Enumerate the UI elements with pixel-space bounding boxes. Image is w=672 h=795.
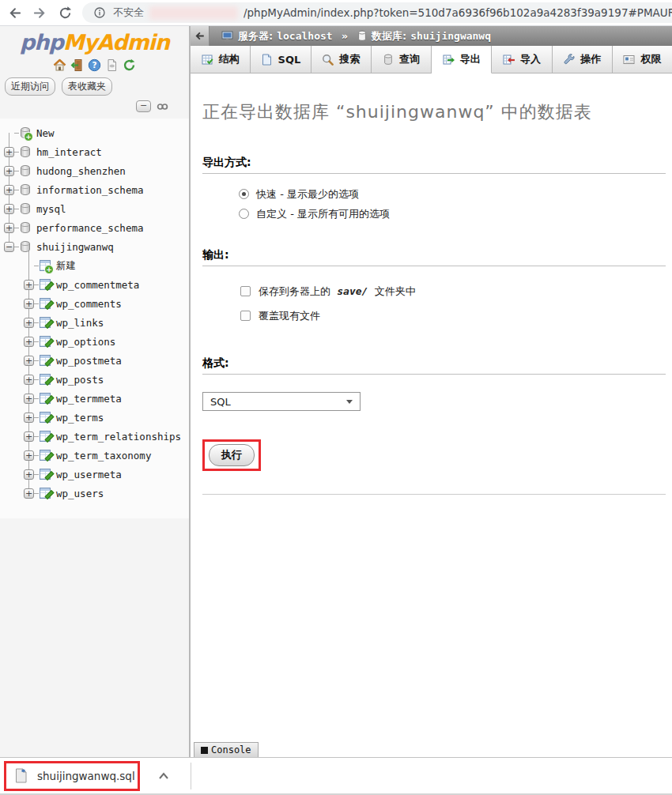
tab-structure[interactable]: 结构 — [191, 46, 251, 73]
tree-row[interactable]: wp_terms — [0, 408, 189, 427]
tree-item-label[interactable]: mysql — [36, 203, 66, 215]
tree-expander-icon[interactable] — [24, 337, 34, 347]
tree-item-label[interactable]: wp_term_taxonomy — [56, 450, 151, 462]
save-on-server-label[interactable]: 保存到务器上的 save/ 文件夹中 — [259, 284, 416, 299]
tree-expander-icon[interactable] — [4, 147, 14, 157]
tree-row[interactable]: New — [0, 123, 189, 142]
overwrite-label[interactable]: 覆盖现有文件 — [259, 309, 320, 323]
tree-item-label[interactable]: performance_schema — [36, 222, 143, 234]
tree-expander-icon[interactable] — [24, 431, 34, 442]
forward-icon[interactable] — [32, 5, 47, 21]
custom-export-option[interactable]: 自定义 - 显示所有可用的选项 — [239, 204, 666, 224]
tree-expander-icon[interactable] — [24, 375, 34, 385]
back-icon[interactable] — [6, 5, 22, 21]
link-icon[interactable] — [157, 102, 168, 111]
tree-item-label[interactable]: wp_termmeta — [56, 393, 122, 405]
checkbox-icon[interactable] — [240, 286, 251, 296]
tree-expander-icon[interactable] — [24, 450, 34, 461]
tree-item-label[interactable]: hm_interact — [36, 146, 102, 158]
tree-item-label[interactable]: wp_users — [56, 488, 104, 499]
tree-expander-icon[interactable] — [24, 413, 34, 423]
tree-row[interactable]: wp_links — [0, 313, 189, 332]
tree-row[interactable]: hm_interact — [0, 142, 189, 161]
tab-export[interactable]: 导出 — [432, 46, 492, 73]
tree-row[interactable]: wp_options — [0, 332, 189, 351]
tree-item-label[interactable]: wp_options — [56, 336, 115, 348]
tab-import[interactable]: 导入 — [492, 46, 552, 73]
tree-item-label[interactable]: 新建 — [56, 259, 76, 273]
collapse-icon[interactable]: − — [136, 100, 151, 112]
tree-row[interactable]: wp_postmeta — [0, 351, 189, 370]
refresh-icon[interactable] — [57, 5, 73, 21]
tree-row[interactable]: shuijingwanwq — [0, 237, 189, 256]
tree-expander-icon[interactable] — [24, 469, 34, 480]
checkbox-icon[interactable] — [240, 311, 251, 321]
tree-row[interactable]: wp_comments — [0, 294, 189, 313]
tree-item-label[interactable]: wp_term_relationships — [56, 431, 181, 443]
quick-export-option[interactable]: 快速 - 显示最少的选项 — [239, 184, 666, 204]
radio-icon[interactable] — [239, 209, 249, 219]
exit-icon[interactable] — [70, 58, 84, 72]
tree-expander-icon[interactable] — [24, 318, 34, 328]
tree-row[interactable]: wp_term_relationships — [0, 427, 189, 446]
recent-tables-button[interactable]: 近期访问 — [5, 77, 55, 96]
tree-expander-icon[interactable] — [24, 299, 34, 309]
tree-expander-icon[interactable] — [24, 488, 34, 499]
tab-sql[interactable]: SQL — [251, 46, 311, 73]
tree-row[interactable]: hudong_shenzhen — [0, 161, 189, 180]
tree-expander-icon[interactable] — [24, 280, 34, 290]
breadcrumb-back-icon[interactable] — [191, 26, 210, 46]
tree-item-label[interactable]: shuijingwanwq — [36, 241, 114, 253]
format-select[interactable]: SQL — [202, 392, 361, 411]
tree-row[interactable]: 新建 — [0, 256, 189, 275]
tree-row[interactable]: wp_users — [0, 484, 189, 503]
help-icon[interactable]: ? — [88, 58, 101, 72]
downloaded-file-chip[interactable]: shuijingwanwq.sql — [14, 768, 135, 783]
tree-item-label[interactable]: wp_terms — [56, 412, 104, 424]
tree-row[interactable]: wp_usermeta — [0, 465, 189, 484]
tree-expander-icon[interactable] — [4, 223, 14, 233]
tab-search[interactable]: 搜索 — [311, 46, 372, 73]
tree-row[interactable]: wp_termmeta — [0, 389, 189, 408]
favorite-tables-button[interactable]: 表收藏夹 — [62, 77, 112, 96]
tab-privileges[interactable]: 权限 — [613, 46, 672, 73]
tree-expander-icon[interactable] — [4, 204, 14, 214]
tree-row[interactable]: mysql — [0, 199, 189, 218]
tree-item-label[interactable]: wp_comments — [56, 298, 122, 310]
tree-expander-icon[interactable] — [4, 242, 14, 252]
downloaded-file-name[interactable]: shuijingwanwq.sql — [37, 770, 135, 782]
tab-operations[interactable]: 操作 — [553, 46, 613, 73]
console-toggle[interactable]: Console — [194, 742, 259, 757]
tree-row[interactable]: information_schema — [0, 180, 189, 199]
tree-row[interactable]: wp_posts — [0, 370, 189, 389]
tree-item-label[interactable]: wp_postmeta — [56, 355, 122, 367]
tree-row[interactable]: performance_schema — [0, 218, 189, 237]
tree-expander-icon[interactable] — [24, 394, 34, 404]
tree-row[interactable]: wp_commentmeta — [0, 275, 189, 294]
home-icon[interactable] — [53, 58, 66, 72]
address-bar[interactable]: 不安全 /phpMyAdmin/index.php?token=510d7a69… — [82, 2, 672, 23]
tree-item-label[interactable]: information_schema — [36, 184, 143, 196]
custom-export-label[interactable]: 自定义 - 显示所有可用的选项 — [256, 207, 390, 221]
quick-export-label[interactable]: 快速 - 显示最少的选项 — [256, 187, 359, 202]
tab-query[interactable]: 查询 — [372, 46, 432, 73]
tree-item-label[interactable]: wp_posts — [56, 374, 104, 386]
tree-row[interactable]: wp_term_taxonomy — [0, 446, 189, 465]
radio-icon[interactable] — [239, 189, 249, 199]
tree-item-label[interactable]: hudong_shenzhen — [36, 165, 126, 177]
tree-item-label[interactable]: wp_links — [56, 317, 104, 329]
save-on-server-option[interactable]: 保存到务器上的 save/ 文件夹中 — [240, 279, 666, 303]
tree-expander-icon[interactable] — [4, 166, 14, 176]
docs-icon[interactable] — [105, 58, 119, 72]
go-button[interactable]: 执行 — [209, 444, 255, 466]
database-link[interactable]: shuijingwanwq — [410, 30, 491, 42]
tree-item-label[interactable]: wp_usermeta — [56, 469, 122, 480]
phpmyadmin-logo[interactable]: phpMyAdmin — [0, 30, 189, 55]
tree-item-label[interactable]: New — [36, 127, 55, 139]
overwrite-option[interactable]: 覆盖现有文件 — [240, 303, 666, 328]
tree-item-label[interactable]: wp_commentmeta — [56, 279, 139, 291]
reload-navigation-icon[interactable] — [123, 58, 136, 72]
server-link[interactable]: localhost — [277, 30, 332, 42]
tree-expander-icon[interactable] — [4, 185, 14, 195]
info-icon[interactable] — [92, 5, 108, 21]
